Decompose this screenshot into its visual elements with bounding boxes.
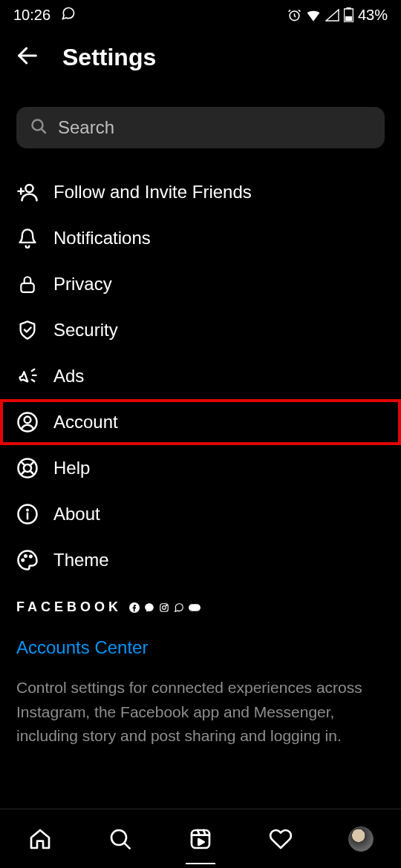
menu-item-label: About	[53, 504, 100, 525]
menu-item-label: Security	[53, 320, 118, 341]
menu-item-follow-invite[interactable]: Follow and Invite Friends	[0, 169, 401, 215]
heart-icon	[269, 827, 293, 851]
svg-rect-3	[345, 16, 352, 22]
wifi-icon	[306, 9, 321, 22]
signal-icon	[325, 9, 339, 22]
back-icon[interactable]	[15, 43, 40, 71]
svg-point-25	[22, 559, 25, 562]
svg-rect-32	[189, 604, 200, 611]
facebook-product-icons	[129, 602, 200, 613]
svg-point-27	[30, 556, 32, 558]
nav-profile[interactable]	[346, 817, 376, 861]
svg-line-13	[32, 380, 35, 381]
megaphone-icon	[16, 365, 39, 387]
svg-line-19	[30, 471, 34, 475]
menu-item-notifications[interactable]: Notifications	[0, 215, 401, 261]
palette-icon	[16, 549, 39, 571]
svg-line-6	[42, 129, 45, 133]
whatsapp-small-icon	[174, 602, 184, 613]
facebook-section: FACEBOOK Accounts Center Control setting…	[0, 583, 401, 749]
accounts-center-description: Control settings for connected experienc…	[16, 676, 385, 749]
home-icon	[28, 827, 52, 851]
svg-line-20	[30, 461, 34, 465]
menu-item-ads[interactable]: Ads	[0, 353, 401, 399]
oculus-icon	[189, 604, 200, 611]
search-icon	[108, 827, 132, 851]
avatar	[348, 826, 374, 852]
menu-item-label: Ads	[53, 366, 84, 387]
settings-menu: Follow and Invite Friends Notifications …	[0, 156, 401, 583]
svg-rect-10	[21, 283, 33, 292]
status-battery-pct: 43%	[358, 7, 388, 24]
menu-item-account[interactable]: Account	[0, 399, 401, 445]
svg-line-21	[21, 471, 25, 475]
info-icon	[16, 503, 39, 525]
svg-line-18	[21, 461, 25, 465]
facebook-icon	[129, 602, 140, 613]
menu-item-privacy[interactable]: Privacy	[0, 261, 401, 307]
menu-item-label: Follow and Invite Friends	[53, 182, 252, 203]
menu-item-about[interactable]: About	[0, 491, 401, 537]
menu-item-theme[interactable]: Theme	[0, 537, 401, 583]
svg-point-26	[25, 555, 27, 557]
battery-icon	[344, 7, 353, 22]
bottom-nav	[0, 809, 401, 868]
svg-point-31	[166, 605, 167, 605]
nav-home[interactable]	[25, 817, 55, 861]
search-placeholder: Search	[58, 117, 114, 138]
bell-icon	[16, 227, 39, 249]
nav-activity[interactable]	[266, 817, 296, 861]
instagram-icon	[159, 602, 169, 613]
status-bar: 10:26 43%	[0, 0, 401, 30]
messenger-icon	[144, 602, 154, 613]
shield-check-icon	[16, 319, 39, 341]
search-input[interactable]: Search	[16, 107, 385, 148]
alarm-icon	[287, 8, 301, 22]
person-add-icon	[16, 181, 39, 203]
svg-point-24	[27, 510, 28, 511]
menu-item-label: Notifications	[53, 228, 151, 249]
menu-item-label: Privacy	[53, 274, 112, 295]
nav-search[interactable]	[105, 817, 135, 861]
lifebuoy-icon	[16, 457, 39, 479]
reels-icon	[189, 827, 212, 851]
page-header: Settings	[0, 30, 401, 85]
user-circle-icon	[16, 411, 39, 433]
svg-line-11	[32, 369, 35, 371]
search-icon	[30, 117, 48, 138]
menu-item-label: Account	[53, 412, 118, 433]
status-time: 10:26	[13, 7, 50, 24]
facebook-brand: FACEBOOK	[16, 599, 122, 615]
lock-icon	[16, 273, 39, 295]
svg-point-15	[25, 417, 31, 424]
page-title: Settings	[62, 44, 156, 71]
menu-item-label: Theme	[53, 550, 109, 571]
whatsapp-icon	[61, 6, 76, 24]
svg-line-34	[124, 843, 129, 848]
svg-point-30	[163, 605, 166, 609]
menu-item-help[interactable]: Help	[0, 445, 401, 491]
svg-point-7	[26, 185, 33, 192]
menu-item-label: Help	[53, 458, 90, 479]
menu-item-security[interactable]: Security	[0, 307, 401, 353]
svg-marker-39	[198, 839, 203, 845]
nav-reels[interactable]	[186, 820, 215, 864]
accounts-center-link[interactable]: Accounts Center	[16, 637, 385, 658]
